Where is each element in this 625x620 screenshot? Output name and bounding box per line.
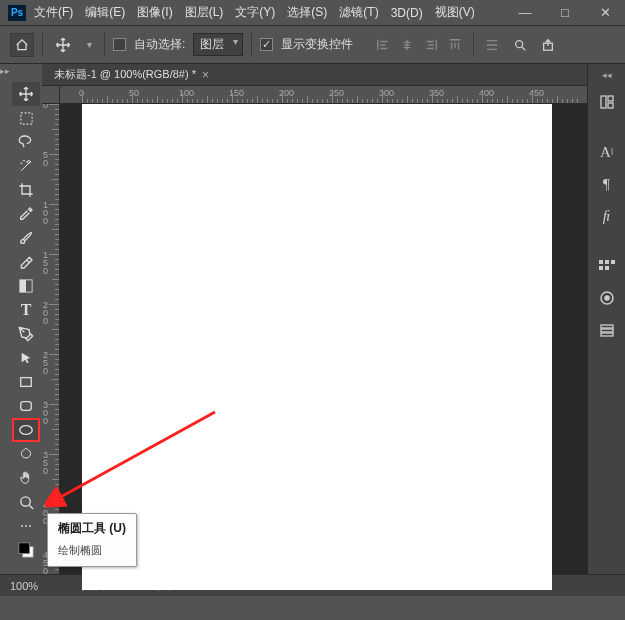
- minimize-button[interactable]: —: [505, 0, 545, 26]
- menubar: 文件(F) 编辑(E) 图像(I) 图层(L) 文字(Y) 选择(S) 滤镜(T…: [34, 0, 475, 26]
- show-transform-checkbox[interactable]: [260, 38, 273, 51]
- titlebar: Ps 文件(F) 编辑(E) 图像(I) 图层(L) 文字(Y) 选择(S) 滤…: [0, 0, 625, 26]
- close-button[interactable]: ✕: [585, 0, 625, 26]
- character-panel-icon[interactable]: A|: [593, 138, 621, 166]
- divider: [104, 33, 105, 57]
- maximize-button[interactable]: □: [545, 0, 585, 26]
- canvas-viewport: 050100150200250300350400450 050100150200…: [42, 86, 587, 574]
- options-bar: ▾ 自动选择: 图层 显示变换控件: [0, 26, 625, 64]
- svg-rect-21: [601, 325, 613, 328]
- foreground-background-colors[interactable]: [12, 538, 40, 562]
- menu-image[interactable]: 图像(I): [137, 4, 172, 21]
- document-tab[interactable]: 未标题-1 @ 100%(RGB/8#) * ×: [42, 64, 587, 86]
- align-center-icon[interactable]: [397, 35, 417, 55]
- divider: [473, 33, 474, 57]
- swatches-panel-icon[interactable]: [593, 252, 621, 280]
- canvas-area: 未标题-1 @ 100%(RGB/8#) * × 050100150200250…: [42, 64, 587, 574]
- type-tool[interactable]: T: [12, 298, 40, 322]
- tool-tooltip: 椭圆工具 (U) 绘制椭圆: [47, 513, 137, 567]
- show-transform-label: 显示变换控件: [281, 36, 353, 53]
- marquee-tool[interactable]: [12, 106, 40, 130]
- left-collapse-strip[interactable]: ▸▸: [0, 64, 10, 574]
- dropdown-arrow-icon[interactable]: ▾: [83, 37, 96, 52]
- document-tab-close-icon[interactable]: ×: [202, 68, 209, 82]
- home-icon[interactable]: [10, 33, 34, 57]
- menu-view[interactable]: 视图(V): [435, 4, 475, 21]
- svg-rect-18: [605, 266, 609, 270]
- svg-rect-23: [601, 333, 613, 336]
- zoom-tool[interactable]: [12, 490, 40, 514]
- align-group: [373, 35, 465, 55]
- rounded-rectangle-tool[interactable]: [12, 394, 40, 418]
- ellipse-tool[interactable]: [12, 418, 40, 442]
- eyedropper-tool[interactable]: [12, 202, 40, 226]
- window-controls: — □ ✕: [505, 0, 625, 26]
- paragraph-panel-icon[interactable]: ¶: [593, 170, 621, 198]
- custom-shape-tool[interactable]: [12, 442, 40, 466]
- collapse-arrow-icon: ▸▸: [0, 66, 10, 76]
- svg-rect-15: [605, 260, 609, 264]
- vertical-ruler[interactable]: 050100150200250300350400450500: [42, 104, 60, 574]
- toolbox: T ⋯: [10, 64, 42, 574]
- panel-collapse-icon[interactable]: ◂◂: [602, 70, 612, 80]
- brush-tool[interactable]: [12, 226, 40, 250]
- move-tool[interactable]: [12, 82, 40, 106]
- menu-type[interactable]: 文字(Y): [235, 4, 275, 21]
- svg-rect-17: [599, 266, 603, 270]
- ruler-corner: [42, 86, 60, 104]
- svg-rect-10: [19, 543, 30, 554]
- gradient-tool[interactable]: [12, 274, 40, 298]
- canvas[interactable]: [82, 104, 552, 590]
- magic-wand-tool[interactable]: [12, 154, 40, 178]
- svg-rect-16: [611, 260, 615, 264]
- svg-point-7: [20, 426, 32, 435]
- svg-rect-5: [21, 378, 32, 387]
- svg-rect-12: [608, 96, 613, 101]
- path-selection-tool[interactable]: [12, 346, 40, 370]
- menu-select[interactable]: 选择(S): [287, 4, 327, 21]
- auto-select-checkbox[interactable]: [113, 38, 126, 51]
- horizontal-ruler[interactable]: 050100150200250300350400450: [60, 86, 587, 104]
- tooltip-description: 绘制椭圆: [58, 543, 126, 558]
- svg-rect-14: [599, 260, 603, 264]
- tooltip-title: 椭圆工具 (U): [58, 520, 126, 537]
- history-panel-icon[interactable]: [593, 88, 621, 116]
- layers-panel-icon[interactable]: [593, 316, 621, 344]
- rectangle-tool[interactable]: [12, 370, 40, 394]
- right-panels: ◂◂ A| ¶ ﬁ: [587, 64, 625, 574]
- align-top-icon[interactable]: [445, 35, 465, 55]
- menu-filter[interactable]: 滤镜(T): [339, 4, 378, 21]
- svg-point-20: [605, 296, 609, 300]
- svg-rect-4: [20, 280, 26, 292]
- search-icon[interactable]: [510, 35, 530, 55]
- menu-file[interactable]: 文件(F): [34, 4, 73, 21]
- auto-select-label: 自动选择:: [134, 36, 185, 53]
- pen-tool[interactable]: [12, 322, 40, 346]
- layer-dropdown[interactable]: 图层: [193, 33, 243, 56]
- menu-edit[interactable]: 编辑(E): [85, 4, 125, 21]
- edit-toolbar[interactable]: ⋯: [12, 514, 40, 538]
- eraser-tool[interactable]: [12, 250, 40, 274]
- crop-tool[interactable]: [12, 178, 40, 202]
- glyphs-panel-icon[interactable]: ﬁ: [593, 202, 621, 230]
- lasso-tool[interactable]: [12, 130, 40, 154]
- svg-rect-6: [21, 402, 32, 411]
- align-right-icon[interactable]: [421, 35, 441, 55]
- document-tab-label: 未标题-1 @ 100%(RGB/8#) *: [54, 67, 196, 82]
- menu-3d[interactable]: 3D(D): [391, 6, 423, 20]
- svg-rect-13: [608, 103, 613, 108]
- divider: [42, 33, 43, 57]
- distribute-icon[interactable]: [482, 35, 502, 55]
- workspace: ▸▸ T ⋯ 未标题-1 @ 100%(RGB/8#) * × 050100: [0, 64, 625, 574]
- svg-point-0: [516, 40, 523, 47]
- move-tool-icon[interactable]: [51, 35, 75, 55]
- libraries-panel-icon[interactable]: [593, 284, 621, 312]
- zoom-level[interactable]: 100%: [0, 580, 70, 592]
- align-left-icon[interactable]: [373, 35, 393, 55]
- app-logo: Ps: [8, 5, 26, 21]
- svg-rect-22: [601, 329, 613, 332]
- hand-tool[interactable]: [12, 466, 40, 490]
- share-icon[interactable]: [538, 35, 558, 55]
- svg-point-8: [20, 496, 29, 505]
- menu-layer[interactable]: 图层(L): [185, 4, 224, 21]
